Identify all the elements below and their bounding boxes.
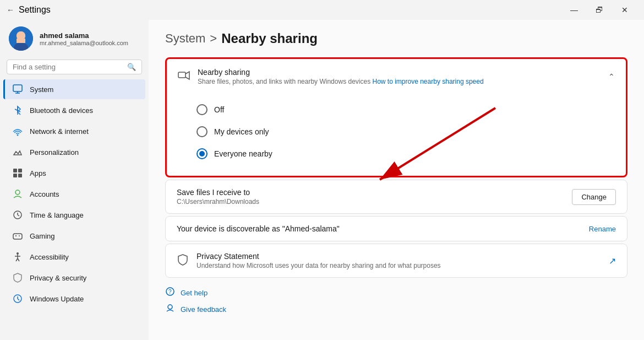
radio-option-my-devices[interactable]: My devices only (197, 121, 615, 143)
privacy-statement-card: Privacy Statement Understand how Microso… (165, 244, 627, 278)
get-help-icon: ? (165, 287, 175, 299)
title-bar-controls: — 🗗 ✕ (561, 1, 637, 19)
maximize-button[interactable]: 🗗 (587, 1, 612, 19)
sidebar-item-accessibility[interactable]: Accessibility (3, 247, 145, 267)
user-name: ahmed salama (40, 31, 128, 40)
radio-option-off[interactable]: Off (197, 99, 615, 121)
gaming-icon (12, 230, 23, 241)
breadcrumb-parent[interactable]: System (165, 31, 205, 46)
sidebar-item-system[interactable]: System (3, 79, 145, 99)
give-feedback-label: Give feedback (181, 305, 226, 314)
user-info: ahmed salama mr.ahmed_salama@outlook.com (40, 31, 128, 46)
main-content: System > Nearby sharing Nearby sharing S… (149, 20, 644, 340)
radio-circle-everyone (197, 148, 208, 159)
radio-label-everyone: Everyone nearby (214, 149, 272, 158)
device-discoverable-card: Your device is discoverable as "Ahmed-sa… (165, 216, 627, 241)
save-files-path: C:\Users\mrahm\Downloads (177, 198, 259, 206)
sidebar-item-apps[interactable]: Apps (3, 163, 145, 183)
svg-line-27 (18, 258, 19, 261)
sidebar-item-label-privacy: Privacy & security (30, 274, 86, 282)
svg-line-26 (16, 258, 18, 261)
radio-circle-off (197, 104, 208, 115)
nearby-sharing-card-header[interactable]: Nearby sharing Share files, photos, and … (167, 59, 626, 94)
sidebar-item-label-accessibility: Accessibility (30, 253, 69, 261)
svg-point-4 (17, 31, 25, 40)
privacy-statement-title: Privacy Statement (197, 252, 601, 261)
sidebar-item-privacy[interactable]: Privacy & security (3, 268, 145, 288)
svg-rect-19 (13, 234, 22, 239)
sidebar-item-label-update: Windows Update (30, 295, 84, 303)
sidebar-item-accounts[interactable]: Accounts (3, 184, 145, 204)
get-help-link[interactable]: ? Get help (165, 287, 627, 299)
svg-rect-11 (13, 169, 17, 172)
user-section[interactable]: ahmed salama mr.ahmed_salama@outlook.com (0, 20, 149, 60)
svg-text:?: ? (168, 289, 172, 295)
feedback-icon (165, 303, 175, 315)
sidebar-item-label-gaming: Gaming (30, 232, 55, 240)
card-header-text: Nearby sharing Share files, photos, and … (198, 68, 484, 85)
title-bar-title: Settings (19, 5, 51, 15)
svg-point-23 (17, 252, 19, 255)
update-icon (12, 293, 23, 304)
avatar (9, 26, 33, 51)
card-header-left: Nearby sharing Share files, photos, and … (178, 68, 484, 85)
device-discoverable-text: Your device is discoverable as "Ahmed-sa… (177, 224, 340, 233)
radio-option-everyone[interactable]: Everyone nearby (197, 143, 615, 165)
privacy-text: Privacy Statement Understand how Microso… (197, 252, 601, 269)
shield-icon (177, 253, 189, 268)
sidebar-item-label-time: Time & language (30, 211, 84, 219)
sidebar-item-bluetooth[interactable]: Bluetooth & devices (3, 100, 145, 120)
search-box[interactable]: 🔍 (7, 60, 142, 74)
sidebar-item-personalization[interactable]: Personalization (3, 142, 145, 162)
sidebar-item-gaming[interactable]: Gaming (3, 226, 145, 246)
title-bar-left: ← Settings (7, 5, 51, 15)
svg-point-10 (17, 134, 19, 136)
app-body: ahmed salama mr.ahmed_salama@outlook.com… (0, 20, 644, 340)
user-email: mr.ahmed_salama@outlook.com (40, 40, 128, 46)
radio-label-my-devices: My devices only (214, 127, 269, 136)
search-icon: 🔍 (127, 63, 136, 71)
svg-line-18 (18, 215, 19, 216)
give-feedback-link[interactable]: Give feedback (165, 303, 627, 315)
svg-rect-29 (178, 72, 185, 78)
external-link-icon[interactable]: ↗ (609, 256, 616, 266)
save-files-left: Save files I receive to C:\Users\mrahm\D… (177, 188, 259, 206)
nearby-sharing-desc: Share files, photos, and links with near… (198, 78, 484, 85)
nearby-sharing-title: Nearby sharing (198, 68, 484, 77)
save-files-change-button[interactable]: Change (572, 189, 616, 205)
sidebar-item-update[interactable]: Windows Update (3, 289, 145, 309)
title-bar: ← Settings — 🗗 ✕ (0, 0, 644, 20)
save-files-card: Save files I receive to C:\Users\mrahm\D… (165, 180, 627, 214)
nearby-sharing-card: Nearby sharing Share files, photos, and … (165, 57, 627, 177)
bluetooth-icon (12, 105, 23, 116)
device-rename-link[interactable]: Rename (589, 225, 616, 233)
accessibility-icon (12, 251, 23, 262)
svg-rect-14 (18, 174, 22, 177)
get-help-label: Get help (181, 289, 208, 297)
back-icon[interactable]: ← (7, 6, 14, 14)
accounts-icon (12, 188, 23, 199)
privacy-nav-icon (12, 272, 23, 283)
sidebar-item-label-network: Network & internet (30, 127, 89, 136)
chevron-up-icon: ⌃ (608, 72, 615, 81)
breadcrumb-current: Nearby sharing (221, 31, 318, 46)
sidebar-item-label-accounts: Accounts (30, 190, 59, 198)
svg-rect-5 (13, 85, 22, 91)
radio-circle-my-devices (197, 126, 208, 137)
share-icon (178, 69, 190, 84)
svg-rect-13 (13, 174, 17, 177)
search-input[interactable] (13, 63, 124, 71)
svg-point-34 (168, 305, 172, 309)
sidebar-item-label-apps: Apps (30, 169, 46, 177)
sidebar-item-network[interactable]: Network & internet (3, 121, 145, 141)
close-button[interactable]: ✕ (612, 1, 637, 19)
nearby-sharing-link[interactable]: How to improve nearby sharing speed (373, 78, 484, 85)
apps-icon (12, 168, 23, 179)
svg-point-15 (15, 190, 20, 195)
network-icon (12, 126, 23, 137)
footer-links: ? Get help Give feedback (165, 287, 627, 315)
sidebar-item-time[interactable]: Time & language (3, 205, 145, 225)
svg-point-22 (19, 235, 20, 236)
sidebar-item-label-system: System (30, 85, 53, 94)
minimize-button[interactable]: — (561, 1, 587, 19)
